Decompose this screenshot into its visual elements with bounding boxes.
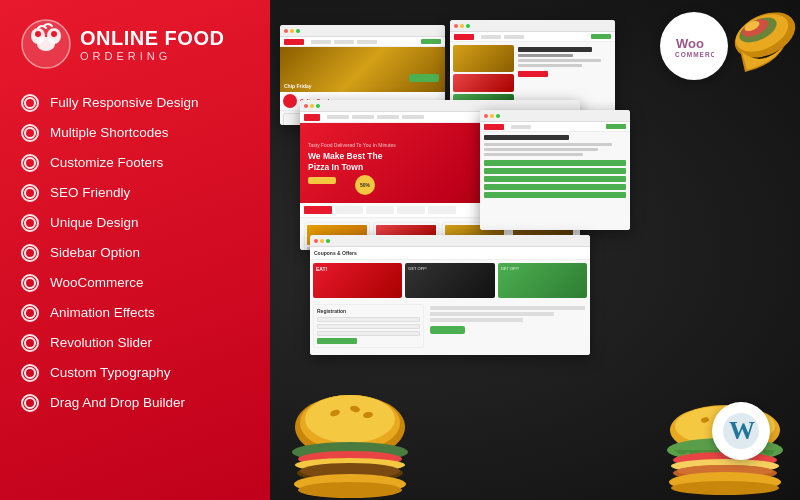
info-line: [430, 306, 585, 310]
svg-point-25: [305, 395, 395, 443]
green-bar: [484, 160, 626, 166]
hero-image-area: Chip Friday: [280, 47, 445, 92]
nav-link: [377, 115, 399, 119]
nav-link: [504, 35, 524, 39]
dot-red: [454, 24, 458, 28]
nav-link: [352, 115, 374, 119]
nav-bar-4: [480, 122, 630, 132]
logo-area: Online Food ORDERING: [20, 18, 250, 70]
dot-yellow: [460, 24, 464, 28]
hero-text: Chip Friday: [284, 83, 312, 89]
screen-header-2: [450, 20, 615, 32]
coupons-header: Coupons & Offers: [310, 247, 590, 260]
food-img: [453, 74, 514, 92]
food-img: [453, 45, 514, 72]
dot-red: [314, 239, 318, 243]
list-item: WooCommerce: [20, 268, 250, 298]
coupon-label: GET OFF!: [498, 263, 587, 274]
dot-yellow: [290, 29, 294, 33]
feature-icon: [20, 93, 40, 113]
list-item: Animation Effects: [20, 298, 250, 328]
list-item: SEO Friendly: [20, 178, 250, 208]
logo-text-block: Online Food ORDERING: [80, 27, 224, 62]
nav-button: [421, 39, 441, 44]
cat-tab: [397, 206, 425, 214]
list-item: Custom Typography: [20, 358, 250, 388]
cat-tab: [428, 206, 456, 214]
dot-red: [304, 104, 308, 108]
form-field-email: [317, 324, 420, 329]
text-line: [518, 47, 591, 52]
list-item: Revolution Slider: [20, 328, 250, 358]
nav-button: [591, 34, 611, 39]
svg-point-47: [671, 481, 779, 495]
dot-green: [496, 114, 500, 118]
nav-link: [511, 125, 531, 129]
nav-logo-mini: [284, 39, 304, 45]
cat-tab: [366, 206, 394, 214]
woo-badge: Woo COMMERCE: [660, 12, 728, 80]
dot-green: [466, 24, 470, 28]
form-field-name: [317, 317, 420, 322]
feature-icon: [20, 303, 40, 323]
screen-content-coupons: Coupons & Offers EAT! GET OFF! GET OFF!: [310, 247, 590, 355]
registration-form: Registration: [313, 304, 424, 348]
burger-food-image: [280, 385, 420, 500]
dot-green: [316, 104, 320, 108]
svg-text:Woo: Woo: [676, 36, 704, 51]
text-line: [518, 64, 582, 67]
left-panel: Online Food ORDERING Fully Responsive De…: [0, 0, 270, 500]
text-line: [484, 148, 598, 151]
wp-badge: W: [712, 402, 770, 460]
watermark-logo: [283, 94, 297, 108]
green-bar: [484, 192, 626, 198]
svg-point-35: [298, 482, 402, 498]
dot-green: [326, 239, 330, 243]
hero-headline: We Make Best The Pizza In Town: [308, 151, 403, 173]
logo-subtitle: ORDERING: [80, 50, 224, 62]
feature-icon: [20, 393, 40, 413]
right-area: Woo COMMERCE W: [270, 0, 800, 500]
nav-link: [402, 115, 424, 119]
coupon-items-row: EAT! GET OFF! GET OFF!: [310, 260, 590, 301]
nav-link: [327, 115, 349, 119]
svg-point-4: [35, 31, 41, 37]
text-line: [518, 59, 601, 62]
nav-link: [357, 40, 377, 44]
form-title: Registration: [317, 308, 420, 314]
logo-title: Online Food: [80, 27, 224, 49]
cat-icon: [283, 113, 301, 125]
cat-tab: [335, 206, 363, 214]
registration-area: Registration: [310, 301, 590, 351]
coupon-green: GET OFF!: [498, 263, 587, 298]
info-line: [430, 318, 523, 322]
green-bar: [484, 168, 626, 174]
feature-icon: [20, 243, 40, 263]
logo-icon: [20, 18, 72, 70]
screen-header-5: [310, 235, 590, 247]
list-item: Multiple Shortcodes: [20, 118, 250, 148]
nav-button: [606, 124, 626, 129]
dot-yellow: [320, 239, 324, 243]
svg-text:COMMERCE: COMMERCE: [675, 51, 714, 58]
feature-icon: [20, 333, 40, 353]
info-area: [428, 304, 587, 348]
nav-link: [311, 40, 331, 44]
cat-tab-active: [304, 206, 332, 214]
dot-yellow: [310, 104, 314, 108]
form-field-pass: [317, 331, 420, 336]
nav-link: [334, 40, 354, 44]
action-btn: [430, 326, 465, 334]
order-btn: [308, 177, 336, 184]
screen-content-4: [480, 122, 630, 230]
dot-yellow: [490, 114, 494, 118]
screen-header-4: [480, 110, 630, 122]
feature-icon: [20, 123, 40, 143]
svg-point-3: [37, 37, 55, 51]
nav-link: [481, 35, 501, 39]
feature-icon: [20, 363, 40, 383]
hero-tagline: Tasty Food Delivered To You In Minutes: [308, 142, 403, 148]
heading: [484, 135, 569, 140]
info-line: [430, 312, 554, 316]
feature-icon: [20, 153, 40, 173]
